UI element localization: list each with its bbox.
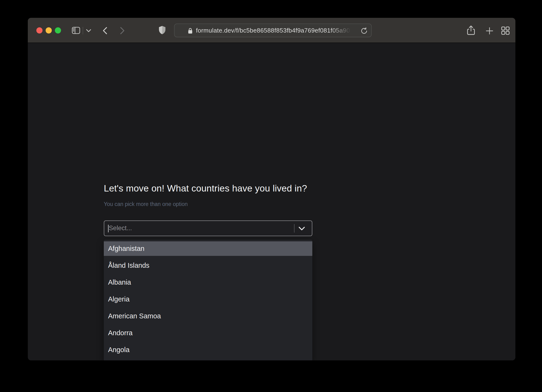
close-window-button[interactable] [36, 27, 43, 33]
toolbar-divider [83, 27, 83, 34]
option-algeria[interactable]: Algeria [104, 292, 312, 306]
browser-toolbar: formulate.dev/f/bc5be86588f853fb4f9a769e… [28, 18, 515, 43]
chevron-down-icon[interactable] [298, 226, 305, 232]
new-tab-icon[interactable] [485, 27, 494, 35]
page-content: Let's move on! What countries have you l… [28, 43, 515, 360]
tab-overview-icon[interactable] [500, 26, 510, 36]
option-afghanistan[interactable]: Afghanistan [104, 241, 312, 256]
option-andorra[interactable]: Andorra [104, 326, 312, 340]
privacy-shield-icon[interactable] [158, 25, 167, 36]
lock-icon [187, 27, 193, 35]
url-text[interactable]: formulate.dev/f/bc5be86588f853fb4f9a769e… [196, 24, 353, 37]
option-angola[interactable]: Angola [104, 343, 312, 357]
share-icon[interactable] [466, 25, 476, 36]
country-options-menu: Afghanistan Åland Islands Albania Algeri… [104, 240, 312, 360]
option-american-samoa[interactable]: American Samoa [104, 309, 312, 323]
text-caret [108, 225, 108, 232]
tab-group-chevron-icon[interactable] [86, 29, 92, 33]
question-subtitle: You can pick more than one option [104, 201, 188, 207]
browser-window: formulate.dev/f/bc5be86588f853fb4f9a769e… [28, 18, 515, 360]
minimize-window-button[interactable] [46, 27, 52, 33]
refresh-icon[interactable] [360, 27, 368, 36]
option-albania[interactable]: Albania [104, 275, 312, 290]
sidebar-toggle-icon[interactable] [71, 26, 81, 35]
question-title: Let's move on! What countries have you l… [104, 183, 307, 194]
country-select-input[interactable]: Select... [104, 220, 312, 236]
select-divider [294, 224, 294, 233]
maximize-window-button[interactable] [55, 27, 61, 33]
back-button[interactable] [101, 26, 108, 35]
address-bar[interactable]: formulate.dev/f/bc5be86588f853fb4f9a769e… [174, 23, 372, 37]
option-aland-islands[interactable]: Åland Islands [104, 258, 312, 273]
select-placeholder: Select... [108, 221, 132, 236]
forward-button[interactable] [119, 26, 126, 35]
